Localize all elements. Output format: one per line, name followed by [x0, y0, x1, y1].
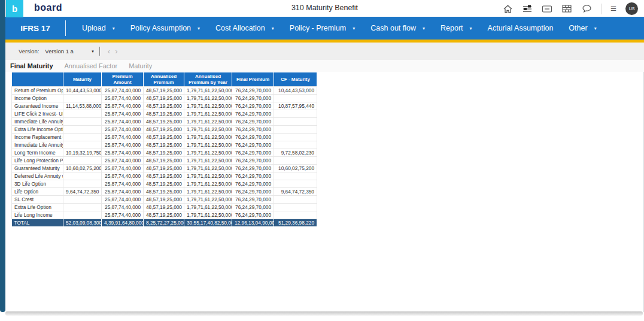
- nav-item-other[interactable]: Other▾: [561, 17, 604, 40]
- table-row: Immediate Life Annuity25,87,74,40,00048,…: [12, 141, 317, 149]
- version-label: Version:: [19, 48, 39, 54]
- cell-value: [274, 180, 317, 188]
- cell-value: 48,57,19,25,000: [144, 196, 184, 204]
- nav-item-policy-premium[interactable]: Policy - Premium▾: [282, 17, 363, 40]
- mail-icon[interactable]: [542, 4, 552, 14]
- chevron-down-icon: ▾: [470, 26, 472, 31]
- cell-value: 25,87,74,40,000: [102, 165, 144, 172]
- column-header-annualised-premium: Annualised Premium: [144, 72, 184, 87]
- cell-value: 76,24,29,70,000: [232, 134, 274, 141]
- nav-item-label: Report: [441, 24, 463, 32]
- cell-value: 76,24,29,70,000: [232, 188, 274, 196]
- nav-item-cash-out-flow[interactable]: Cash out flow▾: [363, 17, 433, 40]
- cell-value: 25,87,74,40,000: [102, 188, 144, 196]
- tab-maturity[interactable]: Maturity: [129, 62, 152, 69]
- cell-value: 76,24,29,70,000: [232, 172, 274, 180]
- cell-value: 25,87,74,40,000: [102, 172, 144, 180]
- table-row: SL Crest25,87,74,40,00048,57,19,25,0001,…: [12, 196, 317, 204]
- cell-value: 76,24,29,70,000: [232, 87, 274, 95]
- column-header-final-premium: Final Premium: [232, 72, 274, 87]
- cell-value: 76,24,29,70,000: [232, 204, 274, 211]
- row-label: Immediate Life Annuity: [12, 141, 63, 149]
- table-row: Return of Premium Opti10,44,43,53,00025,…: [12, 87, 317, 95]
- board-logo-icon[interactable]: b: [6, 0, 23, 17]
- row-label: Extra Life Option: [12, 204, 63, 211]
- cell-value: 48,57,19,25,000: [144, 118, 184, 126]
- table-row: Extra Life Income Optio25,87,74,40,00048…: [12, 126, 317, 134]
- cell-value: 4,39,91,64,80,000: [102, 219, 144, 227]
- cell-value: 10,44,43,53,000: [63, 87, 102, 95]
- chevron-down-icon: ▾: [423, 26, 425, 31]
- cell-value: 1,79,71,61,22,50,000: [184, 172, 232, 180]
- nav-item-report[interactable]: Report▾: [433, 17, 480, 40]
- cell-value: [274, 172, 317, 180]
- version-value: Version 1 a: [45, 48, 82, 54]
- maturity-table-container: MaturityPremium AmountAnnualised Premium…: [11, 72, 317, 226]
- table-total-row: TOTAL52,03,09,08,3004,39,91,64,80,0008,2…: [12, 219, 317, 227]
- top-header: b board 310 Maturity Benefit ≡ US: [5, 0, 644, 17]
- cell-value: 48,57,19,25,000: [144, 204, 184, 211]
- capsules-icon[interactable]: [522, 4, 533, 14]
- cell-value: 48,57,19,25,000: [144, 126, 184, 134]
- cell-value: 48,57,19,25,000: [144, 180, 184, 188]
- table-row: Long Term Income10,19,32,19,75025,87,74,…: [12, 149, 317, 157]
- cell-value: 76,24,29,70,000: [232, 141, 274, 149]
- row-label: Income Option: [12, 95, 63, 102]
- cell-value: 1,79,71,61,22,50,000: [184, 165, 232, 172]
- cell-value: 76,24,29,70,000: [232, 180, 274, 188]
- cell-value: [274, 141, 317, 149]
- cell-value: 25,87,74,40,000: [102, 211, 144, 219]
- cell-value: 48,57,19,25,000: [144, 134, 184, 141]
- cell-value: 76,24,29,70,000: [232, 126, 274, 134]
- row-label: Income Replacement Op: [12, 134, 63, 141]
- nav-item-cost-allocation[interactable]: Cost Allocation▾: [208, 17, 282, 40]
- cell-value: 76,24,29,70,000: [232, 118, 274, 126]
- chat-icon[interactable]: [581, 4, 592, 14]
- cell-value: 1,79,71,61,22,50,000: [184, 126, 232, 134]
- nav-item-upload[interactable]: Upload▾: [74, 17, 123, 40]
- cell-value: 1,79,71,61,22,50,000: [184, 95, 232, 102]
- cell-value: [274, 95, 317, 102]
- tab-final-maturity[interactable]: Final Maturity: [10, 62, 53, 69]
- row-label: LIFE Click 2 Invest- ULIP: [12, 110, 63, 118]
- tab-bar: Final MaturityAnnualised FactorMaturity: [5, 60, 644, 72]
- cell-value: 76,24,29,70,000: [232, 102, 274, 110]
- cell-value: [63, 141, 102, 149]
- cell-value: 1,79,71,61,22,50,000: [184, 204, 232, 211]
- cell-value: [274, 157, 317, 165]
- tab-annualised-factor[interactable]: Annualised Factor: [65, 62, 118, 69]
- row-label: SL Crest: [12, 196, 63, 204]
- cell-value: [274, 126, 317, 134]
- window-left-edge: [0, 0, 5, 312]
- cell-value: 76,24,29,70,000: [232, 95, 274, 102]
- version-prev-button[interactable]: ‹: [105, 48, 113, 55]
- cell-value: 48,57,19,25,000: [144, 165, 184, 172]
- table-row: Income Option25,87,74,40,00048,57,19,25,…: [12, 95, 317, 102]
- nav-item-acturial-assumption[interactable]: Acturial Assumption: [480, 17, 561, 40]
- nav-item-label: Cash out flow: [370, 24, 416, 32]
- version-select[interactable]: Version 1 a ▾: [45, 48, 94, 54]
- cell-value: [63, 196, 102, 204]
- row-label: Long Term Income: [12, 149, 63, 157]
- cell-value: 48,57,19,25,000: [144, 141, 184, 149]
- home-icon[interactable]: [502, 4, 513, 14]
- table-row: Income Replacement Op25,87,74,40,00048,5…: [12, 134, 317, 141]
- user-avatar[interactable]: US: [625, 2, 638, 15]
- cell-value: 10,60,02,75,200: [274, 165, 317, 172]
- version-next-button[interactable]: ›: [113, 48, 120, 55]
- presentations-icon[interactable]: [561, 4, 572, 14]
- version-separator: [99, 47, 100, 56]
- nav-item-label: Policy Assumption: [130, 24, 191, 32]
- row-label: Return of Premium Opti: [12, 87, 63, 95]
- cell-value: 25,87,74,40,000: [102, 95, 144, 102]
- cell-value: 25,87,74,40,000: [102, 141, 144, 149]
- cell-value: 1,79,71,61,22,50,000: [184, 211, 232, 219]
- nav-item-policy-assumption[interactable]: Policy Assumption▾: [123, 17, 208, 40]
- table-body: Return of Premium Opti10,44,43,53,00025,…: [12, 87, 317, 227]
- cell-value: 76,24,29,70,000: [232, 157, 274, 165]
- menu-icon[interactable]: ≡: [610, 4, 616, 14]
- window-bottom-shadow: [5, 311, 643, 316]
- cell-value: 48,57,19,25,000: [144, 102, 184, 110]
- cell-value: [274, 110, 317, 118]
- cell-value: [63, 157, 102, 165]
